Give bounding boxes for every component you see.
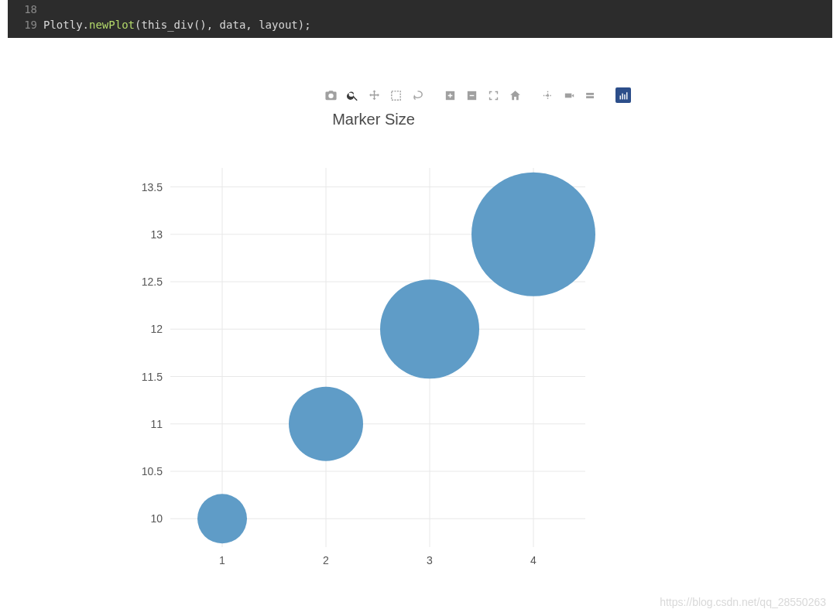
chart-svg: 1010.51111.51212.51313.5 1234 bbox=[161, 160, 595, 570]
data-point[interactable] bbox=[197, 494, 247, 543]
chart-container: Marker Size 1010.51111.51212.51313.5 123… bbox=[116, 74, 631, 600]
svg-text:12: 12 bbox=[150, 323, 163, 335]
plot-area[interactable]: 1010.51111.51212.51313.5 1234 bbox=[161, 160, 595, 570]
svg-rect-3 bbox=[586, 92, 594, 94]
svg-text:11.5: 11.5 bbox=[142, 371, 163, 383]
chart-title: Marker Size bbox=[332, 111, 415, 128]
hover-closest-icon[interactable] bbox=[561, 87, 577, 103]
line-number: 19 bbox=[8, 17, 37, 33]
code-fn: newPlot bbox=[89, 19, 135, 31]
autoscale-icon[interactable] bbox=[485, 87, 501, 103]
spike-icon[interactable] bbox=[540, 87, 555, 103]
zoom-out-icon[interactable] bbox=[464, 87, 479, 103]
svg-text:3: 3 bbox=[427, 554, 433, 566]
code-line-18: 18 bbox=[8, 2, 832, 17]
reset-axes-icon[interactable] bbox=[507, 87, 523, 103]
code-args: (this_div(), data, layout); bbox=[135, 19, 311, 31]
svg-text:1: 1 bbox=[219, 554, 225, 566]
box-select-icon[interactable] bbox=[388, 87, 403, 103]
svg-text:10: 10 bbox=[150, 512, 163, 525]
lasso-icon[interactable] bbox=[410, 87, 425, 103]
data-point[interactable] bbox=[380, 279, 479, 378]
svg-rect-7 bbox=[624, 94, 625, 99]
code-line-19: 19Plotly.newPlot(this_div(), data, layou… bbox=[8, 17, 832, 33]
camera-icon[interactable] bbox=[323, 87, 338, 103]
svg-text:4: 4 bbox=[530, 554, 537, 566]
zoom-icon[interactable] bbox=[345, 87, 360, 103]
svg-rect-5 bbox=[619, 95, 620, 99]
svg-text:13.5: 13.5 bbox=[142, 181, 163, 193]
plotly-logo-icon[interactable] bbox=[615, 87, 631, 103]
svg-rect-8 bbox=[626, 92, 627, 99]
svg-text:11: 11 bbox=[150, 418, 163, 430]
svg-rect-4 bbox=[586, 96, 594, 98]
zoom-in-icon[interactable] bbox=[442, 87, 458, 103]
svg-rect-6 bbox=[622, 93, 622, 99]
svg-text:12.5: 12.5 bbox=[142, 275, 163, 288]
x-axis-ticks: 1234 bbox=[219, 554, 537, 566]
svg-text:2: 2 bbox=[323, 554, 329, 566]
svg-text:13: 13 bbox=[150, 228, 163, 241]
code-prefix: Plotly. bbox=[43, 19, 89, 31]
bubbles bbox=[197, 173, 595, 544]
modebar bbox=[323, 87, 631, 103]
line-number: 18 bbox=[8, 2, 37, 17]
watermark: https://blog.csdn.net/qq_28550263 bbox=[660, 596, 826, 608]
svg-point-2 bbox=[547, 94, 549, 97]
hover-compare-icon[interactable] bbox=[583, 87, 598, 103]
svg-text:10.5: 10.5 bbox=[142, 465, 163, 477]
code-block: 18 19Plotly.newPlot(this_div(), data, la… bbox=[8, 0, 832, 38]
data-point[interactable] bbox=[471, 173, 595, 296]
pan-icon[interactable] bbox=[366, 87, 382, 103]
data-point[interactable] bbox=[289, 387, 363, 461]
y-axis-ticks: 1010.51111.51212.51313.5 bbox=[142, 181, 163, 525]
